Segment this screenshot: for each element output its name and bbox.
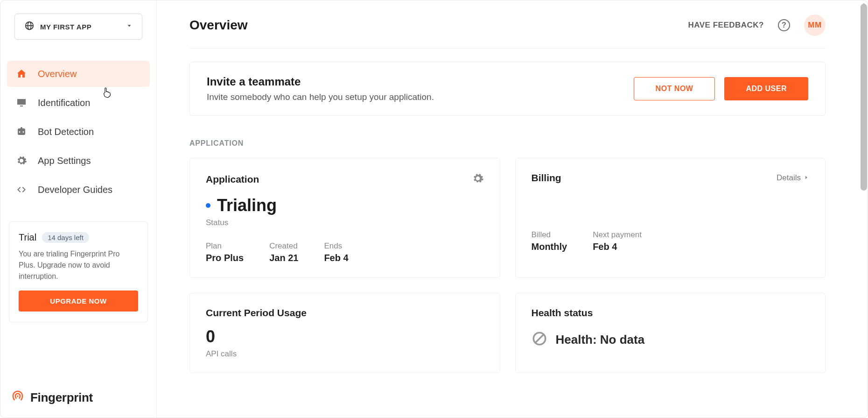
nav-item-overview[interactable]: Overview (7, 61, 150, 87)
caret-down-icon (126, 22, 133, 31)
nav-label: Bot Detection (38, 127, 94, 137)
card-application: Application Trialing Status Plan Pro Plu… (189, 158, 500, 278)
nav-item-app-settings[interactable]: App Settings (7, 148, 150, 174)
feedback-link[interactable]: HAVE FEEDBACK? (688, 21, 764, 30)
health-value: Health: No data (556, 333, 645, 347)
next-payment-label: Next payment (593, 230, 642, 240)
home-icon (15, 68, 28, 79)
nav-label: App Settings (38, 156, 91, 166)
nav: Overview Identification Bot Detection Ap… (7, 61, 150, 203)
next-payment-value: Feb 4 (593, 241, 642, 252)
nav-label: Overview (38, 69, 77, 79)
help-icon[interactable]: ? (778, 19, 790, 31)
card-health: Health status Health: No data (515, 293, 826, 373)
card-title: Current Period Usage (206, 307, 484, 319)
gear-icon[interactable] (472, 172, 484, 186)
code-icon (15, 184, 28, 195)
plan-value: Pro Plus (206, 253, 244, 263)
section-label-application: APPLICATION (189, 139, 826, 148)
ends-label: Ends (324, 241, 348, 251)
card-title: Application (206, 174, 259, 185)
usage-unit: API calls (206, 349, 484, 359)
trial-title: Trial (19, 232, 36, 243)
created-label: Created (269, 241, 298, 251)
nav-label: Identification (38, 98, 90, 108)
topbar: Overview HAVE FEEDBACK? ? MM (189, 14, 826, 49)
plan-label: Plan (206, 241, 244, 251)
trial-badge: 14 days left (42, 232, 89, 243)
trial-text: You are trialing Fingerprint Pro Plus. U… (19, 248, 138, 282)
card-usage: Current Period Usage 0 API calls (189, 293, 500, 373)
status-value: Trialing (217, 196, 277, 215)
invite-banner: Invite a teammate Invite somebody who ca… (189, 62, 826, 116)
nav-item-developer-guides[interactable]: Developer Guides (7, 177, 150, 203)
trial-card: Trial 14 days left You are trialing Fing… (9, 221, 148, 322)
app-switcher-label: MY FIRST APP (40, 23, 91, 31)
main: Overview HAVE FEEDBACK? ? MM Invite a te… (157, 0, 868, 418)
banner-subtitle: Invite somebody who can help you setup y… (207, 92, 434, 102)
add-user-button[interactable]: ADD USER (724, 77, 808, 100)
card-billing: Billing Details Billed Monthly Next pa (515, 158, 826, 278)
brand-text: Fingerprint (30, 390, 93, 405)
card-title: Health status (532, 307, 810, 319)
avatar[interactable]: MM (804, 14, 826, 36)
nav-item-bot-detection[interactable]: Bot Detection (7, 119, 150, 145)
nav-label: Developer Guides (38, 184, 112, 195)
svg-line-2 (535, 335, 543, 343)
fingerprint-icon (11, 390, 25, 405)
details-link[interactable]: Details (777, 173, 809, 183)
app-switcher[interactable]: MY FIRST APP (14, 14, 142, 40)
sidebar: MY FIRST APP Overview Identification (0, 0, 157, 418)
scrollbar-thumb[interactable] (861, 4, 867, 191)
monitor-icon (15, 97, 28, 108)
usage-value: 0 (206, 327, 484, 347)
brand: Fingerprint (7, 375, 150, 408)
svg-marker-0 (128, 25, 131, 27)
status-dot (206, 203, 210, 208)
gear-icon (15, 155, 28, 166)
ends-value: Feb 4 (324, 253, 348, 263)
robot-icon (15, 126, 28, 137)
not-now-button[interactable]: NOT NOW (634, 77, 715, 100)
banner-title: Invite a teammate (207, 75, 434, 88)
no-data-icon (532, 331, 547, 348)
page-title: Overview (189, 18, 248, 33)
status-label: Status (206, 218, 484, 227)
billed-label: Billed (532, 230, 567, 240)
globe-icon (24, 21, 35, 33)
billed-value: Monthly (532, 241, 567, 252)
card-title: Billing (532, 172, 561, 184)
nav-item-identification[interactable]: Identification (7, 90, 150, 116)
details-label: Details (777, 173, 801, 183)
chevron-right-icon (804, 173, 809, 183)
created-value: Jan 21 (269, 253, 298, 263)
upgrade-now-button[interactable]: UPGRADE NOW (19, 290, 138, 312)
